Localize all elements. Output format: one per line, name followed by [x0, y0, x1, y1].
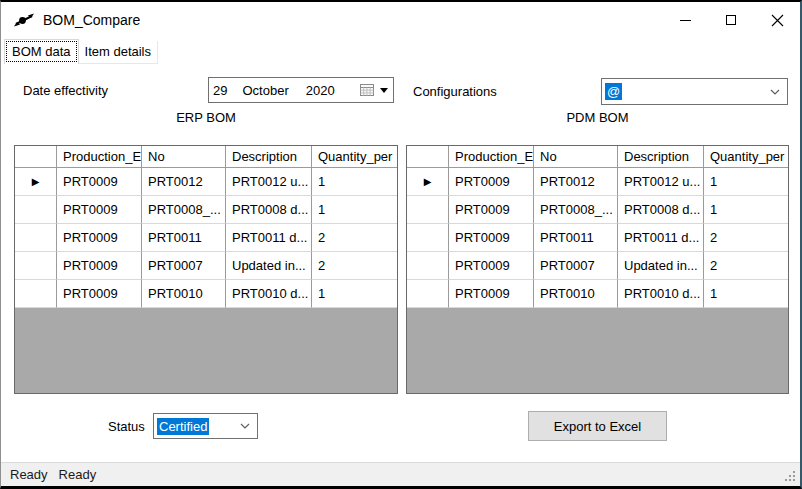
- grid-cell-production[interactable]: PRT0009: [449, 252, 534, 280]
- close-button[interactable]: [754, 2, 800, 38]
- column-header-production[interactable]: Production_E: [449, 146, 534, 167]
- column-header-qty[interactable]: Quantity_per: [312, 146, 397, 167]
- row-selector[interactable]: [407, 280, 449, 308]
- table-row[interactable]: PRT0009PRT0010PRT0010 d...1: [407, 280, 788, 308]
- table-row[interactable]: PRT0009PRT0011PRT0011 d...2: [407, 224, 788, 252]
- row-selector[interactable]: [15, 252, 57, 280]
- column-header-qty[interactable]: Quantity_per: [704, 146, 788, 167]
- app-window: BOM_Compare BOM data Item details Date e…: [0, 0, 802, 489]
- grid-cell-qty[interactable]: 1: [312, 196, 397, 224]
- date-picker[interactable]: 29 October 2020: [208, 77, 394, 103]
- grid-cell-description[interactable]: PRT0010 d...: [226, 280, 312, 308]
- row-selector[interactable]: ▶: [15, 168, 57, 196]
- row-selector[interactable]: [15, 224, 57, 252]
- grid-cell-description[interactable]: PRT0010 d...: [618, 280, 704, 308]
- title-bar: BOM_Compare: [1, 2, 800, 38]
- grid-cell-production[interactable]: PRT0009: [57, 168, 142, 196]
- grid-cell-no[interactable]: PRT0011: [534, 224, 618, 252]
- grid-cell-qty[interactable]: 1: [704, 168, 788, 196]
- status-value: Certified: [157, 418, 209, 435]
- grid-cell-qty[interactable]: 1: [312, 168, 397, 196]
- status-label: Status: [108, 419, 145, 434]
- grid-cell-qty[interactable]: 1: [704, 280, 788, 308]
- row-selector[interactable]: [407, 252, 449, 280]
- table-row[interactable]: ▶PRT0009PRT0012PRT0012 u...1: [407, 168, 788, 196]
- grid-cell-production[interactable]: PRT0009: [449, 280, 534, 308]
- minimize-button[interactable]: [662, 2, 708, 38]
- table-row[interactable]: PRT0009PRT0008_...PRT0008 d...1: [15, 196, 397, 224]
- grid-cell-qty[interactable]: 1: [704, 196, 788, 224]
- status-bar: Ready Ready: [1, 462, 800, 486]
- grid-header-row: Production_E No Description Quantity_per: [407, 146, 788, 168]
- resize-grip[interactable]: [785, 471, 797, 483]
- row-selector[interactable]: ▶: [407, 168, 449, 196]
- grid-cell-no[interactable]: PRT0010: [142, 280, 226, 308]
- grid-cell-production[interactable]: PRT0009: [57, 280, 142, 308]
- caption-buttons: [662, 2, 800, 38]
- grid-cell-no[interactable]: PRT0010: [534, 280, 618, 308]
- erp-bom-grid[interactable]: Production_E No Description Quantity_per…: [14, 145, 398, 394]
- grid-cell-description[interactable]: PRT0008 d...: [618, 196, 704, 224]
- column-header-no[interactable]: No: [534, 146, 618, 167]
- close-icon: [771, 14, 784, 27]
- date-year[interactable]: 2020: [306, 83, 335, 98]
- grid-cell-no[interactable]: PRT0008_...: [534, 196, 618, 224]
- grid-cell-qty[interactable]: 2: [704, 224, 788, 252]
- calendar-icon[interactable]: [360, 83, 375, 97]
- table-row[interactable]: PRT0009PRT0007Updated in...2: [407, 252, 788, 280]
- table-row[interactable]: PRT0009PRT0011PRT0011 d...2: [15, 224, 397, 252]
- row-selector[interactable]: [407, 224, 449, 252]
- column-header-production[interactable]: Production_E: [57, 146, 142, 167]
- grid-cell-description[interactable]: PRT0012 u...: [226, 168, 312, 196]
- table-row[interactable]: PRT0009PRT0010PRT0010 d...1: [15, 280, 397, 308]
- grid-cell-description[interactable]: Updated in...: [618, 252, 704, 280]
- table-row[interactable]: PRT0009PRT0007Updated in...2: [15, 252, 397, 280]
- row-selector[interactable]: [15, 196, 57, 224]
- configurations-combobox[interactable]: @: [601, 78, 788, 105]
- grid-cell-no[interactable]: PRT0012: [534, 168, 618, 196]
- row-selector[interactable]: [407, 196, 449, 224]
- grid-cell-production[interactable]: PRT0009: [57, 252, 142, 280]
- grid-cell-qty[interactable]: 2: [704, 252, 788, 280]
- grid-cell-qty[interactable]: 1: [312, 280, 397, 308]
- status-combobox[interactable]: Certified: [153, 413, 258, 439]
- tab-bom-data[interactable]: BOM data: [4, 39, 79, 64]
- date-effectivity-label: Date effectivity: [23, 83, 108, 98]
- column-header-no[interactable]: No: [142, 146, 226, 167]
- tab-item-details[interactable]: Item details: [79, 41, 158, 64]
- chevron-down-icon: [770, 89, 780, 95]
- pdm-bom-grid[interactable]: Production_E No Description Quantity_per…: [406, 145, 789, 394]
- chevron-down-icon: [240, 423, 250, 429]
- row-selector[interactable]: [15, 280, 57, 308]
- date-dropdown-arrow-icon[interactable]: [380, 88, 388, 93]
- grid-cell-qty[interactable]: 2: [312, 252, 397, 280]
- grid-cell-description[interactable]: Updated in...: [226, 252, 312, 280]
- grid-cell-no[interactable]: PRT0008_...: [142, 196, 226, 224]
- date-day[interactable]: 29: [213, 83, 227, 98]
- grid-cell-production[interactable]: PRT0009: [449, 168, 534, 196]
- grid-cell-no[interactable]: PRT0007: [142, 252, 226, 280]
- column-header-selector[interactable]: [407, 146, 449, 167]
- grid-cell-description[interactable]: PRT0011 d...: [226, 224, 312, 252]
- grid-cell-description[interactable]: PRT0012 u...: [618, 168, 704, 196]
- column-header-description[interactable]: Description: [226, 146, 312, 167]
- column-header-description[interactable]: Description: [618, 146, 704, 167]
- date-month[interactable]: October: [242, 83, 288, 98]
- pdm-bom-title: PDM BOM: [406, 110, 789, 125]
- grid-cell-qty[interactable]: 2: [312, 224, 397, 252]
- maximize-button[interactable]: [708, 2, 754, 38]
- grid-cell-no[interactable]: PRT0011: [142, 224, 226, 252]
- grid-cell-production[interactable]: PRT0009: [57, 196, 142, 224]
- grid-cell-description[interactable]: PRT0011 d...: [618, 224, 704, 252]
- erp-bom-title: ERP BOM: [14, 110, 398, 125]
- grid-cell-production[interactable]: PRT0009: [57, 224, 142, 252]
- table-row[interactable]: ▶PRT0009PRT0012PRT0012 u...1: [15, 168, 397, 196]
- export-to-excel-button[interactable]: Export to Excel: [528, 411, 667, 441]
- column-header-selector[interactable]: [15, 146, 57, 167]
- grid-cell-production[interactable]: PRT0009: [449, 224, 534, 252]
- grid-cell-description[interactable]: PRT0008 d...: [226, 196, 312, 224]
- grid-cell-no[interactable]: PRT0007: [534, 252, 618, 280]
- grid-cell-no[interactable]: PRT0012: [142, 168, 226, 196]
- grid-cell-production[interactable]: PRT0009: [449, 196, 534, 224]
- table-row[interactable]: PRT0009PRT0008_...PRT0008 d...1: [407, 196, 788, 224]
